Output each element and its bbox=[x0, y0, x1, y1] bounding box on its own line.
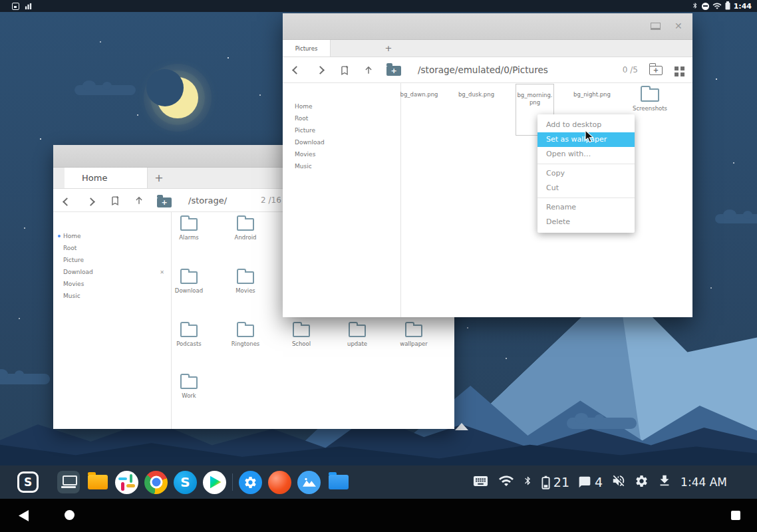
updates-button[interactable] bbox=[657, 473, 672, 491]
cloud bbox=[75, 85, 136, 95]
folder-icon bbox=[641, 88, 659, 102]
status-indicators: 1:44 bbox=[692, 0, 752, 12]
menu-item-rename[interactable]: Rename bbox=[537, 200, 635, 215]
forward-button[interactable] bbox=[86, 198, 95, 206]
menu-item-cut[interactable]: Cut bbox=[537, 181, 635, 196]
up-button[interactable] bbox=[134, 196, 144, 208]
folder-item[interactable]: wallpaper bbox=[395, 325, 432, 348]
file-label: bg_morning.png bbox=[516, 92, 553, 106]
file-item[interactable]: bg_dawn.png bbox=[400, 88, 438, 98]
battery-icon bbox=[725, 0, 730, 13]
file-label: bg_dawn.png bbox=[400, 91, 438, 98]
new-tab-button[interactable]: + bbox=[382, 40, 394, 57]
new-folder-button[interactable] bbox=[386, 66, 401, 76]
gallery-app-icon[interactable] bbox=[297, 471, 321, 494]
chrome-app-icon[interactable] bbox=[144, 471, 168, 494]
folder-item[interactable]: Android bbox=[227, 218, 264, 241]
folder-item[interactable]: Movies bbox=[227, 271, 264, 295]
back-button[interactable] bbox=[63, 198, 71, 206]
new-tab-button[interactable]: + bbox=[153, 168, 165, 188]
menu-item-delete[interactable]: Delete bbox=[537, 215, 635, 229]
settings-button[interactable] bbox=[635, 474, 649, 491]
sidebar-item-root[interactable]: Root bbox=[283, 112, 400, 124]
file-item[interactable]: bg_dusk.png bbox=[457, 88, 496, 98]
keyboard-button[interactable] bbox=[472, 475, 490, 490]
tab-pictures[interactable]: Pictures bbox=[283, 40, 331, 57]
bluetooth-status-icon[interactable] bbox=[523, 474, 533, 490]
sidebar-item-music[interactable]: Music bbox=[283, 160, 400, 172]
folder-label: wallpaper bbox=[395, 340, 432, 348]
sidebar-label: Download bbox=[63, 269, 93, 275]
sidebar: Home Root Picture Download Movies Music bbox=[283, 83, 401, 317]
menu-item-copy[interactable]: Copy bbox=[537, 166, 635, 181]
folder-item[interactable]: Podcasts bbox=[170, 325, 208, 348]
grid-view-button[interactable] bbox=[675, 66, 684, 76]
folder-item[interactable]: Alarms bbox=[170, 218, 208, 241]
file-manager-app-icon[interactable] bbox=[327, 471, 350, 494]
path-display[interactable]: /storage/ bbox=[188, 189, 227, 212]
folder-item[interactable]: update bbox=[339, 325, 376, 348]
files-app-icon[interactable] bbox=[86, 471, 109, 494]
settings-app-icon[interactable] bbox=[239, 471, 262, 494]
play-store-app-icon[interactable] bbox=[203, 471, 226, 494]
do-not-disturb-icon bbox=[702, 3, 709, 10]
new-folder-button[interactable] bbox=[157, 198, 172, 207]
red-app-icon[interactable] bbox=[268, 471, 291, 494]
close-icon[interactable]: ✕ bbox=[675, 21, 682, 31]
file-item[interactable]: Screenshots bbox=[631, 85, 669, 112]
file-item[interactable]: bg_night.png bbox=[573, 88, 611, 98]
window-titlebar[interactable]: ✕ bbox=[283, 13, 692, 40]
folder-label: Alarms bbox=[170, 234, 208, 241]
sidebar-item-download[interactable]: Download bbox=[283, 136, 400, 148]
sidebar-label: Root bbox=[295, 115, 308, 122]
recents-button[interactable] bbox=[731, 511, 740, 520]
folder-item[interactable]: School bbox=[283, 325, 320, 348]
restore-icon[interactable] bbox=[651, 23, 661, 30]
folder-label: Download bbox=[170, 287, 208, 295]
back-button[interactable] bbox=[19, 510, 29, 521]
home-button[interactable] bbox=[65, 510, 75, 520]
bookmark-add-button[interactable] bbox=[340, 65, 349, 78]
folder-item[interactable]: Ringtones bbox=[227, 325, 264, 348]
volume-button[interactable] bbox=[611, 473, 626, 491]
terminal-app-icon[interactable] bbox=[57, 471, 80, 493]
folder-icon bbox=[237, 325, 254, 337]
slack-app-icon[interactable] bbox=[115, 471, 138, 494]
chart-notification-icon bbox=[25, 0, 32, 13]
folder-label: Screenshots bbox=[631, 105, 669, 112]
folder-item[interactable]: Download bbox=[170, 271, 208, 295]
folder-item[interactable]: Work bbox=[170, 376, 208, 400]
sidebar-item-home[interactable]: Home bbox=[283, 100, 400, 112]
play-triangle-icon bbox=[210, 476, 222, 489]
forward-button[interactable] bbox=[316, 66, 325, 74]
sidebar-item-picture[interactable]: Picture bbox=[53, 254, 171, 266]
sidebar-label: Home bbox=[295, 103, 313, 110]
sidebar-item-music[interactable]: Music bbox=[53, 290, 171, 302]
bookmark-add-button[interactable] bbox=[110, 196, 120, 209]
sidebar-item-movies[interactable]: Movies bbox=[53, 278, 171, 290]
tab-home[interactable]: Home bbox=[65, 168, 148, 188]
wifi-status-icon[interactable] bbox=[498, 474, 514, 490]
taskbar-separator bbox=[232, 473, 233, 491]
notifications-status[interactable]: 4 bbox=[578, 475, 603, 489]
path-display[interactable]: /storage/emulated/0/Pictures bbox=[418, 57, 548, 83]
clock[interactable]: 1:44 AM bbox=[681, 475, 727, 489]
remove-bookmark-icon[interactable]: ✕ bbox=[160, 269, 164, 275]
app-launcher-button[interactable]: S bbox=[17, 471, 39, 493]
sidebar-item-download[interactable]: Download ✕ bbox=[53, 266, 171, 278]
sidebar-item-home[interactable]: Home bbox=[53, 230, 171, 242]
up-button[interactable] bbox=[364, 65, 373, 78]
sidebar-item-picture[interactable]: Picture bbox=[283, 124, 400, 136]
menu-item-open-with[interactable]: Open with… bbox=[537, 147, 635, 162]
new-folder-outline-button[interactable] bbox=[649, 66, 663, 75]
back-button[interactable] bbox=[292, 66, 301, 74]
skype-app-icon[interactable]: S bbox=[174, 471, 197, 494]
skype-logo: S bbox=[180, 474, 190, 490]
cloud bbox=[0, 374, 50, 384]
notification-count: 4 bbox=[595, 475, 603, 489]
folder-label: update bbox=[339, 340, 376, 348]
folder-label: Work bbox=[170, 392, 208, 400]
sidebar-item-root[interactable]: Root bbox=[53, 242, 171, 254]
battery-status[interactable]: 21 bbox=[541, 475, 569, 489]
sidebar-item-movies[interactable]: Movies bbox=[283, 148, 400, 160]
